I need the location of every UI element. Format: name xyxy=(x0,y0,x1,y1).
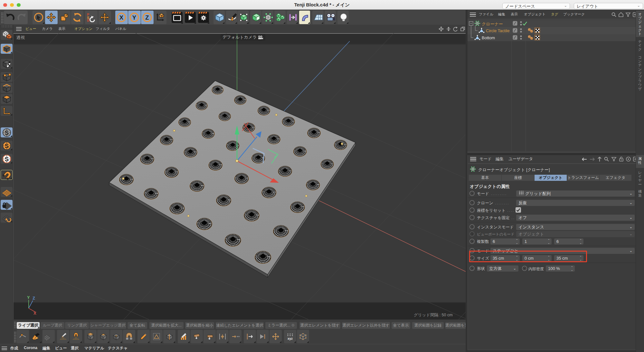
svg-text:Y: Y xyxy=(27,295,30,300)
svg-text:X: X xyxy=(33,311,36,316)
svg-text:R: R xyxy=(87,19,90,22)
svg-text:Y: Y xyxy=(132,14,137,21)
svg-text:Z: Z xyxy=(33,296,35,301)
svg-text:X: X xyxy=(119,14,124,21)
svg-text:Z: Z xyxy=(145,14,149,21)
svg-text:xyz: xyz xyxy=(288,337,293,340)
